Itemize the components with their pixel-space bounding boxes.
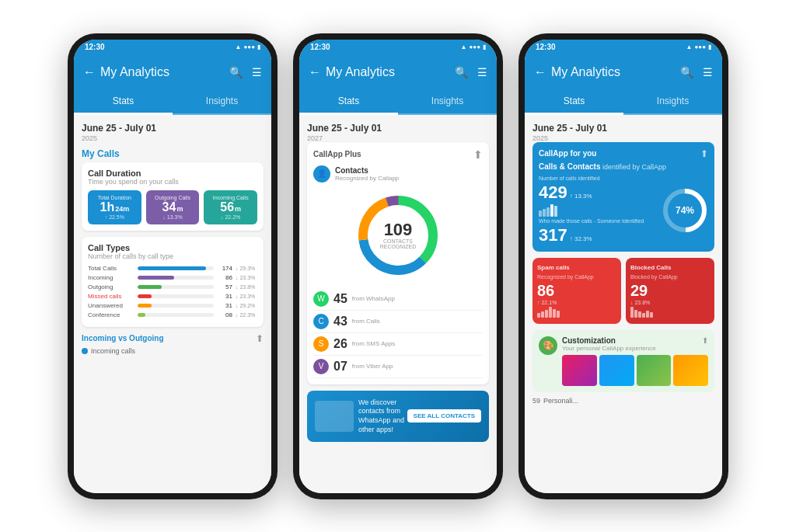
battery-icon-3: ▮ (708, 43, 711, 50)
phone-1: 12:30 ▲ ●●● ▮ ← My Analytics 🔍 ☰ Stats (68, 33, 278, 499)
bar-1 (539, 210, 542, 217)
filter-icon-2[interactable]: ☰ (477, 66, 487, 78)
bar-unanswered (138, 304, 152, 308)
outgoing-change: ↓ 13.3% (151, 214, 195, 220)
callapp-sub-left: Number of calls identified 429 ↑ 13.3% (539, 176, 657, 245)
status-time-2: 12:30 (310, 43, 330, 51)
screenshot-container: 12:30 ▲ ●●● ▮ ← My Analytics 🔍 ☰ Stats (0, 0, 796, 532)
filter-icon-3[interactable]: ☰ (703, 66, 713, 78)
mini-count-row: 59 Personali... (532, 397, 714, 405)
customization-content: Customization ⬆ Your personal CallApp ex… (562, 336, 708, 386)
back-arrow-icon-3[interactable]: ← (534, 65, 546, 79)
blocked-change: ↓ 23.8% (630, 300, 710, 305)
who-change: ↑ 32.3% (570, 235, 592, 242)
count-incoming: 86 (217, 274, 232, 281)
tab-stats-2[interactable]: Stats (299, 89, 398, 115)
customization-header: Customization ⬆ (562, 336, 708, 345)
date-year-2: 2027 (307, 134, 489, 142)
date-year-3: 2025 (532, 134, 714, 142)
bar-incoming (138, 276, 174, 280)
tab-insights-2[interactable]: Insights (398, 89, 497, 113)
share-icon-2[interactable]: ⬆ (473, 148, 483, 161)
phone-2: 12:30 ▲ ●●● ▮ ← My Analytics 🔍 ☰ Stats (293, 33, 503, 499)
section-title-1: My Calls (82, 148, 264, 159)
calls-contacts-subtitle: Calls & Contacts identified by CallApp (539, 162, 708, 171)
call-type-conference: Conference 08 ↓ 22.3% (88, 311, 257, 318)
sms-icon: S (313, 336, 329, 352)
custom-img-2 (599, 355, 634, 386)
tab-insights-1[interactable]: Insights (173, 89, 271, 113)
count-conference: 08 (217, 311, 232, 318)
toolbar-icons-1: 🔍 ☰ (229, 66, 262, 78)
share-icon-3[interactable]: ⬆ (700, 148, 708, 159)
calls-contacts-title: Calls & Contacts (539, 162, 600, 171)
source-sms: S 26 from SMS Apps (313, 333, 483, 356)
bar-container-outgoing (138, 285, 214, 289)
banner: We discover contacts from WhatsApp and o… (307, 391, 489, 443)
toolbar-2: ← My Analytics 🔍 ☰ (299, 55, 497, 89)
total-duration-label: Total Duration (93, 195, 137, 200)
bar-outgoing (138, 285, 162, 289)
callapp-sub-row: Number of calls identified 429 ↑ 13.3% (539, 176, 708, 245)
donut-container: 109 CONTACTSRecognized (313, 189, 483, 282)
content-2: June 25 - July 01 2027 CallApp Plus ⬆ 👤 … (299, 115, 497, 493)
call-types-card: Call Types Number of calls by call type … (82, 237, 264, 327)
call-duration-subtitle: Time you spend on your calls (88, 178, 257, 186)
toolbar-icons-2: 🔍 ☰ (455, 66, 487, 78)
bar-4 (550, 204, 553, 217)
back-arrow-icon-2[interactable]: ← (309, 65, 321, 79)
change-total: ↓ 29.3% (236, 266, 257, 271)
status-bar-1: 12:30 ▲ ●●● ▮ (74, 40, 271, 55)
blocked-bar-3 (638, 311, 641, 318)
toolbar-title-3: ← My Analytics (534, 65, 620, 79)
change-conference: ↓ 22.3% (236, 312, 257, 318)
donut-center: 109 CONTACTSRecognized (380, 221, 417, 249)
contacts-header: CallApp Plus ⬆ (313, 148, 483, 161)
calls-icon-2: C (313, 314, 329, 329)
status-icons-1: ▲ ●●● ▮ (236, 43, 260, 50)
tabs-bar-2: Stats Insights (299, 89, 497, 115)
contact-sources-list: W 45 from WhatsApp C 43 from Calls S 26 (313, 288, 483, 378)
tab-insights-3[interactable]: Insights (623, 89, 722, 113)
blocked-stat: 29 (630, 282, 710, 300)
spam-calls-card: Spam calls Recognized by CallApp 86 ↑ 22… (532, 258, 621, 324)
tab-stats-3[interactable]: Stats (525, 89, 623, 115)
call-type-label-incoming: Incoming (88, 274, 134, 281)
outgoing-label: Outgoing Calls (151, 195, 195, 200)
filter-icon[interactable]: ☰ (252, 66, 262, 78)
incoming-calls-label: Incoming calls (91, 347, 135, 355)
viber-label: from Viber App (352, 363, 393, 370)
customization-icon: 🎨 (539, 336, 557, 355)
bar-3 (546, 207, 550, 217)
wifi-icon: ▲ (236, 43, 242, 50)
count-total: 174 (217, 265, 232, 272)
bar-total (138, 266, 206, 270)
spam-bars (537, 307, 616, 318)
wifi-icon-2: ▲ (461, 43, 467, 50)
tabs-bar-1: Stats Insights (74, 89, 271, 115)
search-icon-3[interactable]: 🔍 (680, 66, 693, 78)
spam-title: Spam calls (537, 264, 616, 271)
bar-conference (138, 313, 145, 317)
tab-stats-1[interactable]: Stats (74, 89, 173, 115)
status-time-3: 12:30 (536, 43, 556, 51)
toolbar-title-1: ← My Analytics (83, 65, 169, 79)
search-icon-2[interactable]: 🔍 (455, 66, 468, 78)
identified-change: ↑ 13.3% (570, 193, 592, 200)
share-icon-1[interactable]: ⬆ (256, 333, 264, 344)
stats-row: Total Duration 1h 24m ↑ 22.5% Outgoing C… (88, 190, 257, 224)
who-count: 317 (539, 225, 567, 245)
chart-bars-identified (539, 204, 657, 217)
status-time-1: 12:30 (85, 43, 105, 51)
tabs-bar-3: Stats Insights (525, 89, 722, 115)
see-all-contacts-button[interactable]: SEE ALL CONTACTS (407, 409, 481, 422)
phone-1-screen: 12:30 ▲ ●●● ▮ ← My Analytics 🔍 ☰ Stats (74, 40, 271, 493)
incoming-change: ↓ 22.2% (208, 214, 253, 220)
share-icon-4[interactable]: ⬆ (702, 336, 708, 345)
back-arrow-icon[interactable]: ← (83, 65, 96, 79)
bar-2 (543, 209, 546, 217)
contacts-icon: 👤 (313, 165, 330, 183)
banner-image (315, 401, 354, 432)
search-icon[interactable]: 🔍 (229, 66, 243, 78)
source-whatsapp: W 45 from WhatsApp (313, 288, 483, 311)
